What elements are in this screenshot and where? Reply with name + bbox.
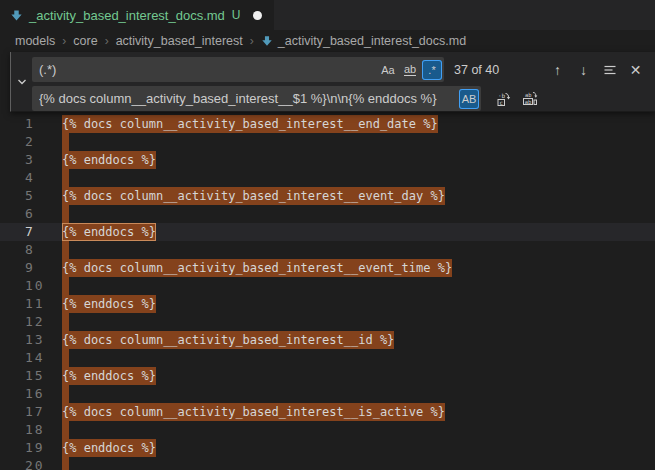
breadcrumb-item-file[interactable]: _activity_based_interest_docs.md <box>278 34 466 48</box>
regex-button[interactable]: .* <box>422 60 442 80</box>
line-content: {% enddocs %} <box>62 223 156 241</box>
find-match-highlight: {% enddocs %} <box>62 151 156 169</box>
current-find-match: {% enddocs %} <box>62 223 156 241</box>
line-content: {% docs column__activity_based_interest_… <box>62 403 445 421</box>
search-input[interactable]: (.*) Aa ab .* <box>32 57 444 82</box>
svg-text:ab: ab <box>524 98 531 104</box>
editor-line[interactable]: 13{% docs column__activity_based_interes… <box>0 331 655 349</box>
toggle-replace-button[interactable] <box>11 52 32 111</box>
breadcrumb-separator-icon: › <box>105 34 109 48</box>
line-content: {% docs column__activity_based_interest_… <box>62 259 452 277</box>
editor-line[interactable]: 20 <box>0 457 655 470</box>
breadcrumb-item-models[interactable]: models <box>15 34 55 48</box>
find-match-highlight: {% docs column__activity_based_interest_… <box>62 115 438 133</box>
match-count: 37 of 40 <box>454 63 514 77</box>
tab-bar: _activity_based_interest_docs.md U <box>0 0 655 30</box>
replace-all-button[interactable]: ab ab <box>518 88 541 110</box>
find-match-highlight: {% enddocs %} <box>62 367 156 385</box>
breadcrumb-separator-icon: › <box>62 34 66 48</box>
find-replace-widget: (.*) Aa ab .* 37 of 40 ↑ ↓ ✕ <box>10 52 655 112</box>
line-number: 6 <box>25 205 35 223</box>
unsaved-dot-icon[interactable] <box>253 11 262 20</box>
editor-tab[interactable]: _activity_based_interest_docs.md U <box>0 0 274 30</box>
match-case-button[interactable]: Aa <box>378 60 398 80</box>
line-content: {% docs column__activity_based_interest_… <box>62 115 438 133</box>
find-match-highlight <box>62 349 69 367</box>
tab-filename: _activity_based_interest_docs.md <box>29 8 225 23</box>
find-match-highlight: {% docs column__activity_based_interest_… <box>62 259 452 277</box>
replace-input[interactable]: {% docs column__activity_based_interest_… <box>32 86 481 111</box>
close-find-button[interactable]: ✕ <box>624 59 647 81</box>
line-content: {% enddocs %} <box>62 295 156 313</box>
editor-line[interactable]: 3{% enddocs %} <box>0 151 655 169</box>
line-content: {% docs column__activity_based_interest_… <box>62 331 394 349</box>
editor-line[interactable]: 12 <box>0 313 655 331</box>
line-number: 20 <box>25 457 45 470</box>
find-match-highlight <box>62 277 69 295</box>
editor-line[interactable]: 4 <box>0 169 655 187</box>
svg-text:c: c <box>499 98 503 105</box>
line-number: 15 <box>25 367 45 385</box>
line-number: 18 <box>25 421 45 439</box>
line-number: 5 <box>25 187 35 205</box>
editor-line[interactable]: 19{% enddocs %} <box>0 439 655 457</box>
editor-pane[interactable]: 1{% docs column__activity_based_interest… <box>0 52 655 470</box>
editor-line[interactable]: 9{% docs column__activity_based_interest… <box>0 259 655 277</box>
editor-line[interactable]: 17{% docs column__activity_based_interes… <box>0 403 655 421</box>
svg-text:ab: ab <box>525 91 532 97</box>
find-in-selection-button[interactable] <box>598 59 621 81</box>
find-match-highlight <box>62 205 69 223</box>
git-status-badge: U <box>232 8 241 22</box>
editor-line[interactable]: 2 <box>0 133 655 151</box>
editor-line[interactable]: 7{% enddocs %} <box>0 223 655 241</box>
replace-value: {% docs column__activity_based_interest_… <box>39 91 457 106</box>
search-value: (.*) <box>39 62 376 77</box>
line-number: 10 <box>25 277 45 295</box>
breadcrumb-item-folder[interactable]: activity_based_interest <box>116 34 243 48</box>
markdown-file-icon <box>261 35 273 47</box>
editor-line[interactable]: 14 <box>0 349 655 367</box>
breadcrumb: models › core › activity_based_interest … <box>0 30 655 52</box>
find-match-highlight <box>62 457 69 470</box>
editor-line[interactable]: 1{% docs column__activity_based_interest… <box>0 115 655 133</box>
preserve-case-button[interactable]: AB <box>459 89 479 109</box>
editor-line[interactable]: 5{% docs column__activity_based_interest… <box>0 187 655 205</box>
line-number: 9 <box>25 259 35 277</box>
editor-line[interactable]: 8 <box>0 241 655 259</box>
line-number: 1 <box>25 115 35 133</box>
line-content: {% docs column__activity_based_interest_… <box>62 187 445 205</box>
replace-button[interactable]: ·b c <box>492 88 515 110</box>
find-match-highlight: {% docs column__activity_based_interest_… <box>62 187 445 205</box>
breadcrumb-item-core[interactable]: core <box>73 34 97 48</box>
find-match-highlight <box>62 169 69 187</box>
line-number: 13 <box>25 331 45 349</box>
line-content <box>62 457 69 470</box>
editor-line[interactable]: 11{% enddocs %} <box>0 295 655 313</box>
line-number: 8 <box>25 241 35 259</box>
editor-line[interactable]: 15{% enddocs %} <box>0 367 655 385</box>
next-match-button[interactable]: ↓ <box>572 59 595 81</box>
replace-row: {% docs column__activity_based_interest_… <box>32 86 655 111</box>
find-match-highlight <box>62 313 69 331</box>
line-number: 19 <box>25 439 45 457</box>
line-number: 11 <box>25 295 45 313</box>
line-content: {% enddocs %} <box>62 151 156 169</box>
editor-line[interactable]: 6 <box>0 205 655 223</box>
find-match-highlight: {% enddocs %} <box>62 295 156 313</box>
line-number: 2 <box>25 133 35 151</box>
previous-match-button[interactable]: ↑ <box>546 59 569 81</box>
editor-line[interactable]: 18 <box>0 421 655 439</box>
editor-line[interactable]: 16 <box>0 385 655 403</box>
breadcrumb-separator-icon: › <box>250 34 254 48</box>
find-match-highlight: {% docs column__activity_based_interest_… <box>62 403 445 421</box>
find-match-highlight <box>62 133 69 151</box>
find-match-highlight: {% docs column__activity_based_interest_… <box>62 331 394 349</box>
find-match-highlight <box>62 241 69 259</box>
whole-word-button[interactable]: ab <box>400 60 420 80</box>
line-number: 3 <box>25 151 35 169</box>
line-content: {% enddocs %} <box>62 439 156 457</box>
line-number: 7 <box>25 223 35 241</box>
line-number: 17 <box>25 403 45 421</box>
line-number: 16 <box>25 385 45 403</box>
editor-line[interactable]: 10 <box>0 277 655 295</box>
